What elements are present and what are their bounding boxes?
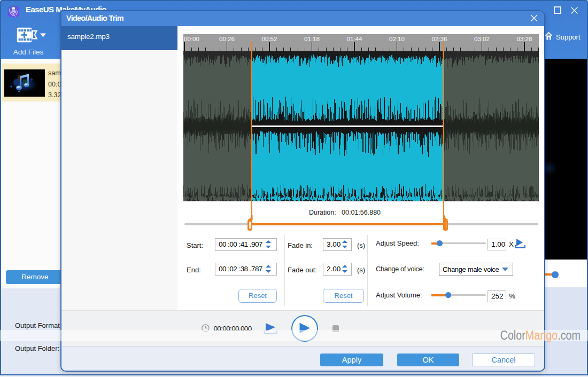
- svg-text:03:02: 03:02: [474, 36, 490, 42]
- svg-text:03:28: 03:28: [517, 36, 532, 42]
- svg-text:00:26: 00:26: [219, 36, 235, 42]
- svg-text:01:18: 01:18: [304, 36, 320, 42]
- svg-text:02:36: 02:36: [432, 36, 447, 42]
- svg-text:01:44: 01:44: [347, 36, 362, 42]
- svg-text:00:52: 00:52: [262, 36, 277, 42]
- svg-text:00:00: 00:00: [184, 36, 199, 42]
- svg-text:02:10: 02:10: [389, 36, 405, 42]
